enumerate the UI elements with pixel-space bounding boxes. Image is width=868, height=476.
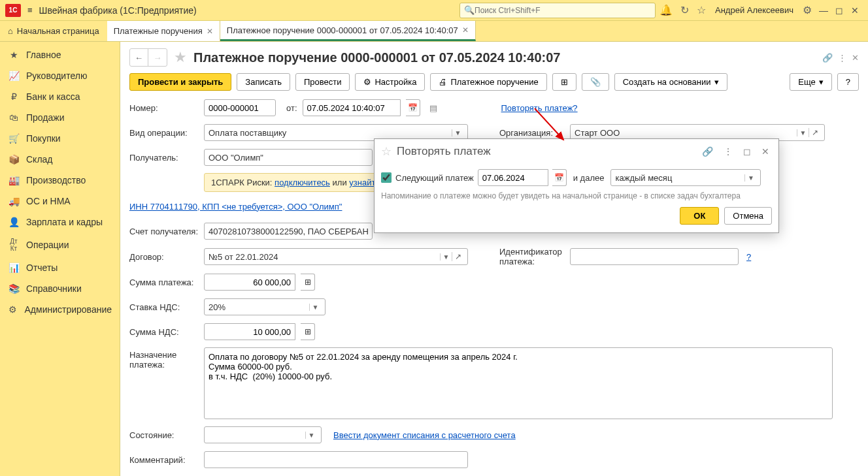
calendar-button[interactable]: 📅 <box>406 99 420 116</box>
sidebar-item-manager[interactable]: 📈Руководителю <box>0 65 120 86</box>
next-payment-checkbox[interactable] <box>381 172 392 183</box>
tab-home[interactable]: ⌂ Начальная страница <box>0 21 107 41</box>
sidebar-item-main[interactable]: ★Главное <box>0 44 120 65</box>
next-date-input[interactable] <box>478 169 548 186</box>
button-label: Еще <box>798 77 815 87</box>
back-button[interactable]: ← <box>130 49 148 66</box>
more-button[interactable]: Еще ▾ <box>790 73 831 91</box>
doc-title-actions: 🔗 ⋮ ✕ <box>822 53 859 63</box>
payment-sum-input[interactable] <box>204 274 295 291</box>
date-input[interactable] <box>303 99 401 116</box>
close-window-button[interactable]: ✕ <box>847 5 863 16</box>
number-input[interactable] <box>204 99 276 116</box>
post-button[interactable]: Провести <box>295 73 350 91</box>
open-icon[interactable]: ↗ <box>452 252 463 261</box>
comment-input[interactable] <box>204 451 468 468</box>
sidebar-item-sales[interactable]: 🛍Продажи <box>0 107 120 128</box>
chevron-down-icon[interactable]: ▼ <box>440 253 452 261</box>
bell-icon[interactable]: 🔔 <box>659 4 673 16</box>
minimize-button[interactable]: — <box>816 5 831 16</box>
star-icon: ★ <box>8 50 20 60</box>
open-icon[interactable]: ↗ <box>809 128 820 137</box>
factory-icon: 🏭 <box>8 175 20 185</box>
list-icon[interactable]: ▤ <box>429 103 437 113</box>
sidebar-item-reports[interactable]: 📊Отчеты <box>0 257 120 278</box>
chevron-down-icon[interactable]: ▼ <box>309 304 321 311</box>
receiver-select[interactable]: ООО "Олимп" <box>204 149 373 166</box>
hamburger-icon[interactable]: ≡ <box>27 5 33 15</box>
from-label: от: <box>286 103 297 113</box>
close-icon[interactable]: ✕ <box>462 25 469 35</box>
favorite-star-icon[interactable]: ★ <box>174 49 187 66</box>
sidebar-item-hr[interactable]: 👤Зарплата и кадры <box>0 212 120 232</box>
save-button[interactable]: Записать <box>237 73 290 91</box>
settings-icon[interactable]: ⚙ <box>803 4 812 16</box>
dialog-note: Напоминание о платеже можно будет увидет… <box>381 191 772 200</box>
forward-button[interactable]: → <box>148 49 167 66</box>
sidebar-item-admin[interactable]: ⚙Администрирование <box>0 299 120 320</box>
sidebar-item-production[interactable]: 🏭Производство <box>0 170 120 191</box>
star-icon[interactable]: ☆ <box>381 144 392 159</box>
purpose-textarea[interactable] <box>204 347 833 419</box>
sidebar-item-stock[interactable]: 📦Склад <box>0 149 120 170</box>
inn-link[interactable]: ИНН 7704111790, КПП <не требуется>, ООО … <box>129 202 342 212</box>
calc-button[interactable]: ⊞ <box>301 323 315 340</box>
ok-button[interactable]: ОК <box>680 207 719 225</box>
enter-writeoff-link[interactable]: Ввести документ списания с расчетного сч… <box>333 430 516 440</box>
link-icon[interactable]: 🔗 <box>822 53 833 63</box>
close-icon[interactable]: ✕ <box>207 27 213 36</box>
settings-button[interactable]: ⚙Настройка <box>355 73 425 91</box>
state-select[interactable]: ▼ <box>204 426 322 443</box>
payment-id-input[interactable] <box>570 248 739 265</box>
calc-button[interactable]: ⊞ <box>301 274 315 291</box>
tab-payment-orders[interactable]: Платежные поручения ✕ <box>107 21 220 41</box>
button-label: Настройка <box>375 77 416 87</box>
cancel-button[interactable]: Отмена <box>724 207 772 225</box>
user-name[interactable]: Андрей Алексеевич <box>715 5 793 15</box>
chevron-down-icon[interactable]: ▼ <box>797 129 809 136</box>
calendar-button[interactable]: 📅 <box>552 169 567 186</box>
spark-text: 1СПАРК Риски: <box>211 178 275 187</box>
link-icon[interactable]: 🔗 <box>702 146 713 157</box>
gear-icon: ⚙ <box>8 304 18 315</box>
help-ident-link[interactable]: ? <box>746 252 751 262</box>
print-button[interactable]: 🖨Платежное поручение <box>430 73 546 91</box>
sidebar-item-operations[interactable]: ДтКтОперации <box>0 232 120 257</box>
spark-connect-link[interactable]: подключитесь <box>275 178 330 187</box>
kebab-icon[interactable]: ⋮ <box>724 146 733 157</box>
history-icon[interactable]: ↻ <box>680 4 689 16</box>
further-label: и далее <box>573 173 605 183</box>
vat-sum-input[interactable] <box>204 323 295 340</box>
frequency-select[interactable]: каждый месяц ▼ <box>610 169 761 186</box>
attach-button[interactable]: 📎 <box>582 73 609 91</box>
search-input[interactable] <box>475 6 651 15</box>
chevron-down-icon[interactable]: ▼ <box>744 174 756 182</box>
sidebar-item-label: Производство <box>26 175 86 185</box>
sidebar-item-purchases[interactable]: 🛒Покупки <box>0 128 120 149</box>
maximize-icon[interactable]: ◻ <box>743 146 751 157</box>
post-and-close-button[interactable]: Провести и закрыть <box>129 73 231 91</box>
structure-button[interactable]: ⊞ <box>552 73 576 91</box>
spark-or: или <box>333 178 350 187</box>
dialog-title: Повторять платеж <box>397 145 694 158</box>
sidebar-item-os[interactable]: 🚚ОС и НМА <box>0 191 120 212</box>
vat-rate-select[interactable]: 20% ▼ <box>204 298 326 315</box>
global-search[interactable]: 🔍 <box>459 3 656 18</box>
payment-id-label: Идентификатор платежа: <box>499 247 565 266</box>
sidebar-item-references[interactable]: 📚Справочники <box>0 278 120 299</box>
receiver-account-select[interactable]: 40702810738000122590, ПАО СБЕРБАНК <box>204 223 373 240</box>
maximize-button[interactable]: ◻ <box>831 5 847 16</box>
contract-select[interactable]: №5 от 22.01.2024 ▼ ↗ <box>204 248 468 265</box>
close-dialog-icon[interactable]: ✕ <box>761 146 769 157</box>
create-based-button[interactable]: Создать на основании ▾ <box>614 73 727 91</box>
select-value: каждый месяц <box>615 173 744 183</box>
tab-payment-order-doc[interactable]: Платежное поручение 0000-000001 от 07.05… <box>220 21 476 41</box>
sidebar-item-bank[interactable]: ₽Банк и касса <box>0 86 120 107</box>
star-icon[interactable]: ☆ <box>697 4 706 16</box>
chevron-down-icon[interactable]: ▼ <box>305 432 317 439</box>
help-button[interactable]: ? <box>837 73 859 91</box>
close-doc-icon[interactable]: ✕ <box>852 53 859 63</box>
kebab-icon[interactable]: ⋮ <box>838 53 846 63</box>
chevron-down-icon[interactable]: ▼ <box>452 129 463 136</box>
repeat-payment-link[interactable]: Повторять платеж? <box>501 103 578 113</box>
